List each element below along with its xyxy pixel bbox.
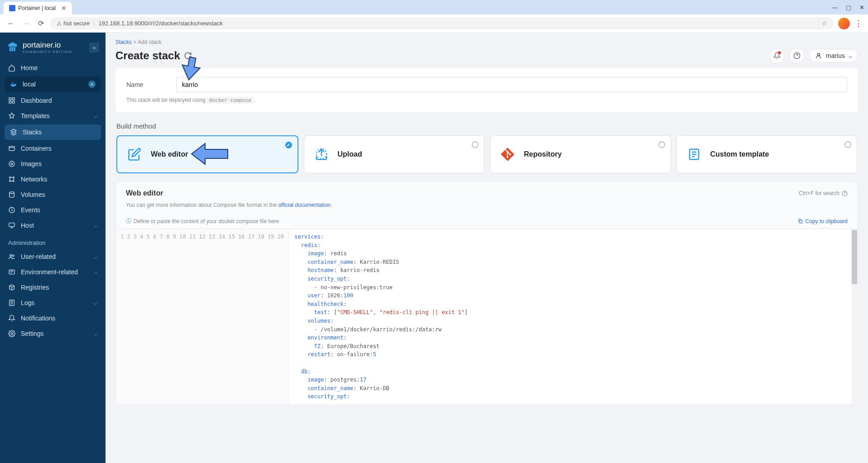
sidebar-item-logs[interactable]: Logs⌵ bbox=[0, 295, 106, 310]
svg-rect-13 bbox=[9, 223, 14, 227]
radio-indicator bbox=[472, 141, 479, 148]
sidebar-item-volumes[interactable]: Volumes bbox=[0, 187, 106, 202]
code-content[interactable]: services: redis: image: redis container_… bbox=[289, 229, 858, 405]
svg-point-11 bbox=[10, 192, 14, 194]
svg-point-20 bbox=[817, 53, 820, 56]
chevron-down-icon: ⌵ bbox=[94, 113, 97, 119]
browser-menu-icon[interactable]: ⋮ bbox=[854, 19, 863, 29]
editor-search-hint: Ctrl+F for search bbox=[799, 190, 848, 196]
notifications-button[interactable] bbox=[769, 48, 785, 63]
close-env-icon[interactable]: ✕ bbox=[88, 81, 96, 88]
browser-tab-bar: Portainer | local ✕ — ▢ ✕ bbox=[0, 0, 868, 14]
maximize-icon[interactable]: ▢ bbox=[846, 4, 851, 11]
sidebar-item-dashboard[interactable]: Dashboard bbox=[0, 93, 106, 108]
events-icon bbox=[8, 206, 15, 214]
sidebar-item-registries[interactable]: Registries bbox=[0, 280, 106, 295]
sidebar-item-user-related[interactable]: User-related⌵ bbox=[0, 249, 106, 264]
back-icon[interactable]: ← bbox=[5, 18, 16, 29]
close-window-icon[interactable]: ✕ bbox=[859, 4, 864, 11]
chevron-down-icon: ⌵ bbox=[94, 269, 97, 275]
radio-indicator: ✔ bbox=[285, 142, 292, 148]
minimize-icon[interactable]: — bbox=[832, 4, 838, 11]
host-icon bbox=[8, 222, 15, 229]
upload-icon bbox=[313, 146, 330, 162]
chevron-down-icon: ⌵ bbox=[94, 300, 97, 306]
main-content: Stacks > Add stack Create stack bbox=[106, 33, 868, 463]
logs-icon bbox=[8, 299, 15, 306]
help-button[interactable] bbox=[789, 48, 805, 63]
chevron-down-icon: ⌵ bbox=[849, 52, 852, 59]
sidebar-item-events[interactable]: Events bbox=[0, 202, 106, 218]
docs-link[interactable]: official documentation bbox=[278, 202, 331, 208]
breadcrumb: Stacks > Add stack bbox=[115, 39, 858, 45]
sidebar: portainer.io COMMUNITY EDITION « Home lo… bbox=[0, 33, 106, 463]
user-menu[interactable]: marius ⌵ bbox=[809, 49, 858, 62]
editor-description: You can get more information about Compo… bbox=[116, 202, 858, 214]
svg-rect-4 bbox=[9, 146, 14, 150]
window-controls: — ▢ ✕ bbox=[832, 4, 864, 11]
method-upload[interactable]: Upload bbox=[304, 135, 485, 173]
svg-point-8 bbox=[13, 177, 14, 178]
code-editor[interactable]: 1 2 3 4 5 6 7 8 9 10 11 12 13 14 15 16 1… bbox=[116, 229, 858, 405]
sidebar-item-images[interactable]: Images bbox=[0, 156, 106, 172]
chevron-down-icon: ⌵ bbox=[94, 254, 97, 260]
breadcrumb-current: Add stack bbox=[138, 39, 162, 45]
sidebar-item-templates[interactable]: Templates⌵ bbox=[0, 108, 106, 124]
svg-point-5 bbox=[9, 161, 14, 167]
scrollbar-thumb[interactable] bbox=[852, 230, 857, 284]
settings-icon bbox=[8, 330, 15, 337]
collapse-sidebar-icon[interactable]: « bbox=[89, 43, 99, 53]
svg-rect-1 bbox=[12, 98, 14, 100]
editor-placeholder-hint: Define or paste the content of your dock… bbox=[134, 218, 279, 224]
stack-name-input[interactable] bbox=[176, 77, 847, 92]
close-tab-icon[interactable]: ✕ bbox=[61, 5, 67, 12]
sidebar-item-host[interactable]: Host⌵ bbox=[0, 218, 106, 233]
sidebar-item-notifications[interactable]: Notifications bbox=[0, 310, 106, 326]
sidebar-environment[interactable]: local ✕ bbox=[5, 76, 101, 92]
profile-avatar[interactable] bbox=[838, 18, 850, 29]
line-gutter: 1 2 3 4 5 6 7 8 9 10 11 12 13 14 15 16 1… bbox=[116, 229, 289, 405]
method-custom-template[interactable]: Custom template bbox=[676, 135, 858, 173]
svg-point-14 bbox=[10, 254, 12, 256]
refresh-icon[interactable] bbox=[184, 52, 192, 60]
breadcrumb-root[interactable]: Stacks bbox=[115, 39, 132, 45]
sidebar-item-containers[interactable]: Containers bbox=[0, 141, 106, 156]
build-method-label: Build method bbox=[116, 122, 857, 130]
browser-tab[interactable]: Portainer | local ✕ bbox=[4, 2, 72, 14]
tab-favicon bbox=[9, 5, 15, 11]
method-web-editor[interactable]: Web editor✔ bbox=[116, 135, 298, 173]
reload-icon[interactable]: ⟳ bbox=[36, 17, 46, 29]
template-icon bbox=[686, 146, 702, 162]
scrollbar-track[interactable] bbox=[851, 229, 858, 405]
sidebar-home[interactable]: Home bbox=[0, 60, 106, 76]
notifications-icon bbox=[8, 315, 15, 322]
sidebar-item-networks[interactable]: Networks bbox=[0, 172, 106, 187]
sidebar-item-environment-related[interactable]: Environment-related⌵ bbox=[0, 264, 106, 280]
build-methods: Web editor✔UploadRepositoryCustom templa… bbox=[116, 135, 857, 173]
page-title: Create stack bbox=[115, 49, 192, 62]
radio-indicator bbox=[844, 141, 851, 148]
method-repository[interactable]: Repository bbox=[490, 135, 671, 173]
chevron-down-icon: ⌵ bbox=[94, 223, 97, 229]
copy-icon bbox=[797, 218, 803, 224]
containers-icon bbox=[8, 145, 15, 152]
env-icon bbox=[8, 268, 15, 276]
url-bar[interactable]: ⚠ Not secure | 192.168.1.18:9000/#!/2/do… bbox=[50, 17, 834, 29]
home-icon bbox=[8, 64, 15, 72]
help-icon bbox=[793, 52, 801, 59]
browser-toolbar: ← → ⟳ ⚠ Not secure | 192.168.1.18:9000/#… bbox=[0, 14, 868, 33]
sidebar-item-settings[interactable]: Settings⌵ bbox=[0, 326, 106, 341]
bookmark-icon[interactable]: ☆ bbox=[822, 20, 827, 27]
svg-point-18 bbox=[11, 333, 13, 334]
web-editor-card: Web editor Ctrl+F for search You can get… bbox=[115, 181, 858, 405]
forward-icon[interactable]: → bbox=[21, 18, 32, 29]
name-card: Name This stack will be deployed using d… bbox=[115, 68, 858, 112]
user-icon bbox=[815, 52, 822, 59]
svg-point-6 bbox=[11, 163, 13, 165]
networks-icon bbox=[8, 176, 15, 183]
sidebar-item-stacks[interactable]: Stacks bbox=[5, 124, 101, 140]
info-icon: ⓘ bbox=[126, 217, 131, 225]
notification-dot bbox=[778, 51, 781, 54]
copy-clipboard-button[interactable]: Copy to clipboard bbox=[797, 218, 848, 224]
tab-title: Portainer | local bbox=[18, 5, 56, 11]
